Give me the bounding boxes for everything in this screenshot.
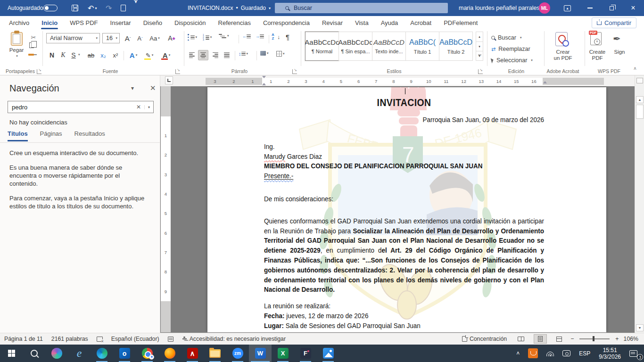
- acrobat-icon[interactable]: ∧: [181, 345, 204, 362]
- cut-icon[interactable]: ✂: [28, 33, 39, 41]
- shading-icon[interactable]: ▾: [260, 51, 269, 56]
- style-item[interactable]: AaBbCcD Título 2: [439, 32, 473, 61]
- styles-dialog-launcher[interactable]: ↘: [478, 69, 483, 74]
- shrink-font-icon[interactable]: Aˇ: [135, 33, 145, 43]
- styles-scroll-up-icon[interactable]: ▴: [476, 32, 483, 41]
- underline-chevron-icon[interactable]: ▾: [77, 53, 80, 57]
- paste-button[interactable]: Pegar ▾: [6, 32, 27, 66]
- zoom-in-icon[interactable]: +: [613, 336, 620, 342]
- indent-markers[interactable]: [262, 76, 266, 86]
- read-mode-icon[interactable]: [514, 335, 528, 343]
- zoom-level[interactable]: 106%: [621, 336, 642, 342]
- proofing-errors-icon[interactable]: [92, 333, 107, 345]
- format-painter-icon[interactable]: [28, 54, 34, 56]
- ribbon-tab[interactable]: Vista: [349, 16, 375, 29]
- print-layout-icon[interactable]: [534, 334, 547, 344]
- pdfelement-icon[interactable]: F: [294, 345, 317, 362]
- highlight-color-icon[interactable]: ✎▾: [142, 50, 157, 60]
- clear-search-icon[interactable]: ✕: [133, 104, 144, 110]
- find-button[interactable]: Buscar▾: [491, 33, 521, 43]
- navigation-search-input[interactable]: [8, 104, 133, 111]
- autosave-toggle[interactable]: [43, 0, 58, 16]
- subscript-icon[interactable]: x₂: [98, 50, 108, 60]
- start-button[interactable]: [0, 345, 23, 362]
- line-spacing-icon[interactable]: ↕▾: [239, 51, 248, 57]
- document-title[interactable]: INVITACION.docx • Guardado ▾: [188, 0, 271, 16]
- styles-gallery-expand-icon[interactable]: ▾: [476, 51, 483, 60]
- align-center-icon[interactable]: [198, 50, 208, 60]
- close-button[interactable]: ×: [622, 0, 644, 16]
- navigation-search[interactable]: ✕ ▾: [8, 101, 154, 113]
- font-color-icon[interactable]: A▾: [159, 50, 173, 60]
- scroll-down-icon[interactable]: ▼: [636, 324, 644, 331]
- acrobat-create-pdf-label[interactable]: Crearun PDF: [545, 49, 581, 61]
- navigation-pane-options-icon[interactable]: ▾: [131, 85, 134, 91]
- ribbon-tab[interactable]: Inicio: [35, 16, 64, 29]
- internet-explorer-icon[interactable]: e: [68, 345, 91, 362]
- zoom-out-icon[interactable]: −: [569, 336, 576, 342]
- align-right-icon[interactable]: [210, 50, 221, 60]
- page-count[interactable]: Página 1 de 11: [0, 333, 47, 345]
- accessibility-status[interactable]: Accesibilidad: es necesario investigar: [178, 333, 290, 345]
- ribbon-display-options-icon[interactable]: ▴: [564, 0, 571, 16]
- zoom-slider-thumb[interactable]: [593, 336, 594, 341]
- user-name[interactable]: maria lourdes peñafiel parrales: [459, 0, 540, 16]
- outlook-icon[interactable]: o: [113, 345, 136, 362]
- language-status[interactable]: Español (Ecuador): [107, 333, 164, 345]
- document-content[interactable]: INVITACION Parroquia San Juan, 09 de mar…: [264, 97, 544, 332]
- decrease-indent-icon[interactable]: ←: [242, 34, 251, 39]
- style-item[interactable]: AaBbCcD Texto inde...: [372, 32, 406, 61]
- font-size-select[interactable]: 16▾: [102, 33, 120, 43]
- ribbon-tab[interactable]: Disposición: [168, 16, 212, 29]
- word-count[interactable]: 2161 palabras: [47, 333, 92, 345]
- bullets-icon[interactable]: ▾: [188, 34, 197, 41]
- scroll-up-icon[interactable]: ▲: [636, 96, 644, 103]
- right-indent-marker[interactable]: [543, 81, 547, 83]
- ribbon-tab[interactable]: Ayuda: [375, 16, 405, 29]
- navigation-tab[interactable]: Páginas: [40, 130, 62, 141]
- font-family-select[interactable]: Arial Narrow▾: [46, 33, 100, 43]
- clear-formatting-icon[interactable]: A◆: [166, 33, 177, 43]
- navigation-tab[interactable]: Resultados: [74, 130, 105, 141]
- replace-button[interactable]: ⇄Reemplazar: [491, 44, 530, 54]
- ribbon-tab[interactable]: PDFelement: [438, 16, 484, 29]
- new-document-icon[interactable]: [121, 0, 126, 16]
- font-dialog-launcher[interactable]: ↘: [175, 69, 180, 74]
- language-indicator[interactable]: ESP: [575, 345, 594, 362]
- macro-recording-icon[interactable]: [164, 333, 178, 345]
- sort-icon[interactable]: AZ: [272, 33, 274, 41]
- display-connect-icon[interactable]: [558, 345, 575, 362]
- taskbar-search-icon[interactable]: [23, 345, 45, 362]
- share-button[interactable]: Compartir: [592, 17, 636, 28]
- align-left-icon[interactable]: [187, 50, 197, 60]
- cortana-icon[interactable]: [45, 345, 68, 362]
- ribbon-tab[interactable]: Correspondencia: [257, 16, 316, 29]
- justify-icon[interactable]: [222, 50, 232, 60]
- ribbon-tab[interactable]: Referencias: [212, 16, 257, 29]
- focus-mode-button[interactable]: Concentración: [458, 333, 511, 345]
- superscript-icon[interactable]: x²: [110, 50, 121, 60]
- wps-create-pdf-label[interactable]: CreatePDF: [585, 49, 610, 61]
- photos-icon[interactable]: [317, 345, 339, 362]
- style-item[interactable]: AaBbCcDc ¶ Sin espa...: [339, 32, 372, 61]
- file-explorer-icon[interactable]: [204, 345, 226, 362]
- sign-icon[interactable]: ✒: [613, 33, 621, 44]
- excel-icon[interactable]: X: [272, 345, 294, 362]
- multilevel-list-icon[interactable]: ▾: [219, 34, 229, 38]
- sign-label[interactable]: Sign: [611, 49, 628, 55]
- pilcrow-icon[interactable]: ¶: [286, 33, 289, 41]
- change-case-icon[interactable]: Aa▾: [148, 33, 161, 43]
- ribbon-tab[interactable]: Revisar: [316, 16, 349, 29]
- undo-chevron-icon[interactable]: ▾: [95, 6, 97, 10]
- quick-access-more-icon[interactable]: ▾: [134, 0, 138, 16]
- firefox-icon[interactable]: [158, 345, 181, 362]
- paragraph-dialog-launcher[interactable]: ↘: [292, 69, 297, 74]
- acrobat-create-pdf-icon[interactable]: [555, 32, 568, 46]
- select-button[interactable]: Seleccionar▾: [491, 55, 533, 66]
- borders-icon[interactable]: ▾: [276, 51, 285, 57]
- undo-icon[interactable]: ↶▾: [88, 0, 97, 16]
- search-options-chevron-icon[interactable]: ▾: [144, 105, 153, 109]
- underline-icon[interactable]: S: [69, 50, 78, 60]
- increase-indent-icon[interactable]: →: [256, 34, 264, 39]
- tray-app-icon[interactable]: [524, 345, 542, 362]
